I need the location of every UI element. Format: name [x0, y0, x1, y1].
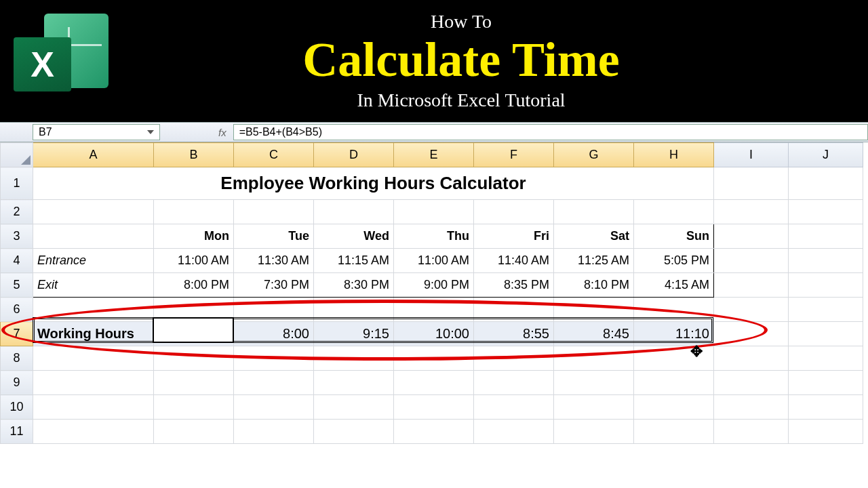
spreadsheet-area[interactable]: A B C D E F G H I J 1 Employee Working H… [0, 142, 868, 488]
spreadsheet-grid[interactable]: A B C D E F G H I J 1 Employee Working H… [0, 142, 863, 444]
cell-F5[interactable]: 8:35 PM [474, 273, 554, 298]
cell-G3[interactable]: Sat [554, 224, 634, 249]
excel-icon: X [14, 14, 108, 108]
name-box-dropdown-icon[interactable] [147, 130, 154, 134]
cell-B7[interactable]: 9:00 [154, 322, 234, 346]
col-header-B[interactable]: B [154, 143, 234, 167]
banner-how-to: How To [68, 11, 854, 33]
row-header-7[interactable]: 7 [1, 322, 33, 346]
cell-C4[interactable]: 11:30 AM [234, 249, 314, 273]
cell-D5[interactable]: 8:30 PM [314, 273, 394, 298]
cell-G4[interactable]: 11:25 AM [554, 249, 634, 273]
row-header-11[interactable]: 11 [1, 420, 33, 444]
cell-D3[interactable]: Wed [314, 224, 394, 249]
cell-F4[interactable]: 11:40 AM [474, 249, 554, 273]
cell-C3[interactable]: Tue [234, 224, 314, 249]
banner-sub-title: In Microsoft Excel Tutorial [68, 89, 854, 111]
cell-G7[interactable]: 8:45 [554, 322, 634, 346]
row-header-1[interactable]: 1 [1, 167, 33, 200]
formula-bar: B7 fx =B5-B4+(B4>B5) [0, 122, 868, 142]
formula-text: =B5-B4+(B4>B5) [239, 126, 322, 138]
row-header-10[interactable]: 10 [1, 395, 33, 420]
col-header-I[interactable]: I [714, 143, 789, 167]
cell-H5[interactable]: 4:15 AM [634, 273, 714, 298]
cell-B4[interactable]: 11:00 AM [154, 249, 234, 273]
col-header-A[interactable]: A [33, 143, 154, 167]
cell-C7[interactable]: 8:00 [234, 322, 314, 346]
row-header-6[interactable]: 6 [1, 298, 33, 322]
col-header-J[interactable]: J [789, 143, 863, 167]
row-header-9[interactable]: 9 [1, 371, 33, 395]
cell-H7[interactable]: 11:10 [634, 322, 714, 346]
row-header-8[interactable]: 8 [1, 346, 33, 371]
name-box-value: B7 [39, 126, 52, 138]
tutorial-banner: X How To Calculate Time In Microsoft Exc… [0, 0, 868, 122]
cell-E3[interactable]: Thu [394, 224, 474, 249]
cell-title[interactable]: Employee Working Hours Calculator [33, 167, 714, 200]
cell-E5[interactable]: 9:00 PM [394, 273, 474, 298]
cell-D4[interactable]: 11:15 AM [314, 249, 394, 273]
cell-A5[interactable]: Exit [33, 273, 154, 298]
row-header-3[interactable]: 3 [1, 224, 33, 249]
cell-I1[interactable] [714, 167, 789, 200]
cell-H3[interactable]: Sun [634, 224, 714, 249]
col-header-E[interactable]: E [394, 143, 474, 167]
col-header-F[interactable]: F [474, 143, 554, 167]
cell-B3[interactable]: Mon [154, 224, 234, 249]
cell-H4[interactable]: 5:05 PM [634, 249, 714, 273]
cell-A3[interactable] [33, 224, 154, 249]
col-header-G[interactable]: G [554, 143, 634, 167]
cell-E7[interactable]: 10:00 [394, 322, 474, 346]
cell-F7[interactable]: 8:55 [474, 322, 554, 346]
cell-C5[interactable]: 7:30 PM [234, 273, 314, 298]
fx-label[interactable]: fx [164, 127, 233, 138]
row-header-4[interactable]: 4 [1, 249, 33, 273]
cell-A7[interactable]: Working Hours [33, 322, 154, 346]
banner-main-title: Calculate Time [68, 35, 854, 84]
col-header-C[interactable]: C [234, 143, 314, 167]
cell-F3[interactable]: Fri [474, 224, 554, 249]
select-all-corner[interactable] [1, 143, 33, 167]
cell-D7[interactable]: 9:15 [314, 322, 394, 346]
cell-J1[interactable] [789, 167, 863, 200]
row-header-2[interactable]: 2 [1, 200, 33, 224]
cell-A2[interactable] [33, 200, 154, 224]
cell-A4[interactable]: Entrance [33, 249, 154, 273]
name-box[interactable]: B7 [33, 124, 160, 140]
col-header-H[interactable]: H [634, 143, 714, 167]
cell-B5[interactable]: 8:00 PM [154, 273, 234, 298]
col-header-D[interactable]: D [314, 143, 394, 167]
formula-input[interactable]: =B5-B4+(B4>B5) [233, 124, 868, 140]
row-header-5[interactable]: 5 [1, 273, 33, 298]
cell-E4[interactable]: 11:00 AM [394, 249, 474, 273]
cell-G5[interactable]: 8:10 PM [554, 273, 634, 298]
excel-icon-letter: X [31, 44, 54, 85]
